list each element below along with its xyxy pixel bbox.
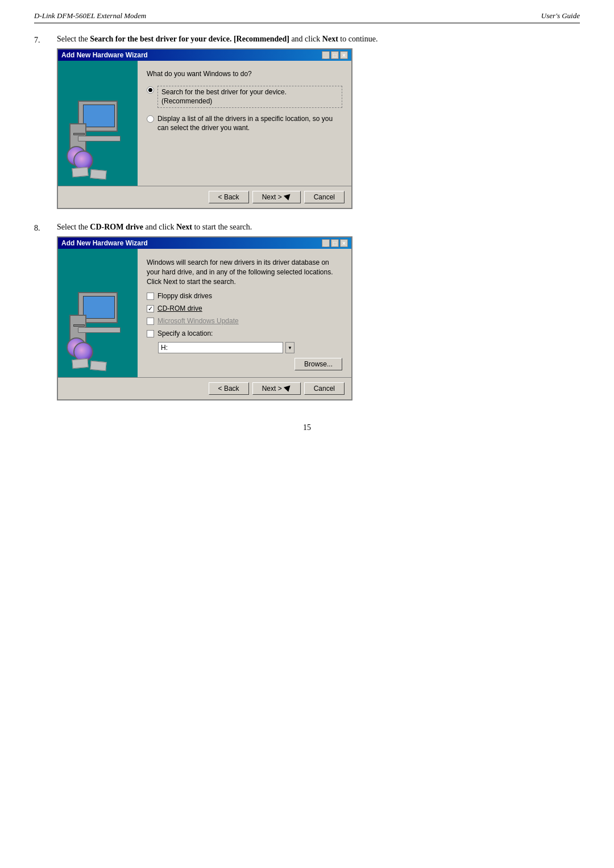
wizard-1-question: What do you want Windows to do? — [147, 70, 342, 78]
checkbox-windows-option[interactable]: Microsoft Windows Update — [147, 317, 342, 325]
browse-row: Browse... — [147, 358, 342, 370]
radio-label-1[interactable]: Search for the best driver for your devi… — [157, 86, 342, 108]
small-item-1b — [90, 169, 106, 180]
wizard-1-maximize[interactable]: □ — [331, 51, 339, 59]
wizard-dialog-1: Add New Hardware Wizard _ □ × — [57, 48, 352, 209]
wizard-2-maximize[interactable]: □ — [331, 239, 339, 247]
location-input-row: ▼ — [158, 342, 342, 353]
wizard-2-controls: _ □ × — [322, 239, 348, 247]
checkbox-cdrom[interactable] — [147, 305, 154, 312]
computer-illus-2 — [67, 292, 129, 372]
computer-illus-1 — [67, 101, 129, 180]
radio-option-1[interactable]: Search for the best driver for your devi… — [147, 86, 342, 108]
step-8-text-after: and click — [143, 223, 176, 231]
wizard-1-footer: < Back Next > Cancel — [58, 186, 351, 208]
radio-option-2[interactable]: Display a list of all the drivers in a s… — [147, 115, 342, 132]
wizard-2-title: Add New Hardware Wizard — [61, 239, 148, 247]
wizard-1-image — [58, 61, 138, 186]
wizard-2-info: Windows will search for new drivers in i… — [147, 258, 342, 286]
checkbox-floppy-label[interactable]: Floppy disk drives — [157, 292, 212, 300]
wizard-1-next-button[interactable]: Next > — [252, 191, 301, 203]
wizard-2-next-button[interactable]: Next > — [252, 382, 301, 395]
checkbox-windows[interactable] — [147, 318, 154, 325]
step-8-text-next: Next — [176, 223, 192, 231]
wizard-1-cancel-button[interactable]: Cancel — [304, 191, 345, 203]
small-item-1a — [72, 167, 88, 177]
wizard-1-controls: _ □ × — [322, 51, 348, 59]
step-8-text-before: Select the — [57, 223, 90, 231]
monitor-screen-2 — [83, 296, 115, 319]
page-header: D-Link DFM-560EL External Modem User's G… — [34, 11, 580, 23]
header-right: User's Guide — [541, 11, 580, 20]
wizard-1-back-button[interactable]: < Back — [209, 191, 249, 203]
wizard-2-titlebar: Add New Hardware Wizard _ □ × — [58, 237, 351, 249]
cpu-floppy-2 — [73, 324, 85, 327]
step-7-text-after: and click — [289, 35, 322, 43]
step-7-number: 7. — [34, 35, 57, 45]
radio-btn-2[interactable] — [147, 115, 154, 123]
wizard-2-back-button[interactable]: < Back — [209, 382, 249, 395]
wizard-1-titlebar: Add New Hardware Wizard _ □ × — [58, 49, 351, 61]
wizard-1-close[interactable]: × — [340, 51, 348, 59]
wizard-2-body: Windows will search for new drivers in i… — [58, 249, 351, 377]
checkbox-cdrom-label[interactable]: CD-ROM drive — [157, 304, 202, 312]
monitor-screen-1 — [83, 105, 115, 127]
wizard-2-minimize[interactable]: _ — [322, 239, 330, 247]
keyboard-2 — [78, 327, 121, 333]
step-7-text-end: to continue. — [338, 35, 378, 43]
cursor-2 — [284, 386, 292, 393]
keyboard-1 — [78, 136, 121, 141]
wizard-1-main: What do you want Windows to do? Search f… — [138, 61, 351, 186]
location-input[interactable] — [158, 342, 283, 353]
step-7-text-bold: Search for the best driver for your devi… — [90, 35, 289, 43]
wizard-2-image — [58, 249, 138, 377]
checkbox-cdrom-option[interactable]: CD-ROM drive — [147, 304, 342, 312]
step-7-content: Select the Search for the best driver fo… — [57, 35, 580, 209]
wizard-2-footer: < Back Next > Cancel — [58, 377, 351, 399]
step-7-text-before: Select the — [57, 35, 90, 43]
cpu-floppy-1 — [73, 133, 85, 135]
checkbox-windows-label[interactable]: Microsoft Windows Update — [157, 317, 239, 325]
step-8-text: Select the CD-ROM drive and click Next t… — [57, 223, 580, 232]
small-item-2a — [72, 358, 88, 369]
small-items-2 — [72, 359, 106, 370]
step-8-text-end: to start the search. — [192, 223, 252, 231]
checkbox-specify[interactable] — [147, 330, 154, 337]
header-left: D-Link DFM-560EL External Modem — [34, 11, 146, 20]
wizard-1-title: Add New Hardware Wizard — [61, 51, 148, 59]
checkbox-specify-label: Specify a location: — [157, 329, 213, 337]
checkbox-specify-option[interactable]: Specify a location: — [147, 329, 342, 337]
checkbox-floppy-option[interactable]: Floppy disk drives — [147, 292, 342, 300]
wizard-1-body: What do you want Windows to do? Search f… — [58, 61, 351, 186]
step-8-text-bold: CD-ROM drive — [90, 223, 143, 231]
step-7-row: 7. Select the Search for the best driver… — [34, 35, 580, 209]
step-8-number: 8. — [34, 223, 57, 233]
radio-label-2[interactable]: Display a list of all the drivers in a s… — [157, 115, 342, 132]
checkbox-floppy[interactable] — [147, 293, 154, 300]
wizard-2-main: Windows will search for new drivers in i… — [138, 249, 351, 377]
step-8-row: 8. Select the CD-ROM drive and click Nex… — [34, 223, 580, 400]
page-number: 15 — [34, 423, 580, 432]
radio-btn-1[interactable] — [147, 86, 154, 94]
browse-button[interactable]: Browse... — [294, 358, 342, 370]
dropdown-arrow-icon[interactable]: ▼ — [285, 342, 294, 353]
step-8-content: Select the CD-ROM drive and click Next t… — [57, 223, 580, 400]
small-item-2b — [90, 361, 106, 371]
step-7-text: Select the Search for the best driver fo… — [57, 35, 580, 44]
small-items-1 — [72, 168, 106, 179]
wizard-2-cancel-button[interactable]: Cancel — [304, 382, 345, 395]
wizard-2-close[interactable]: × — [340, 239, 348, 247]
cursor-1 — [284, 194, 292, 202]
wizard-dialog-2: Add New Hardware Wizard _ □ × — [57, 236, 352, 400]
wizard-1-minimize[interactable]: _ — [322, 51, 330, 59]
step-7-text-next: Next — [322, 35, 338, 43]
